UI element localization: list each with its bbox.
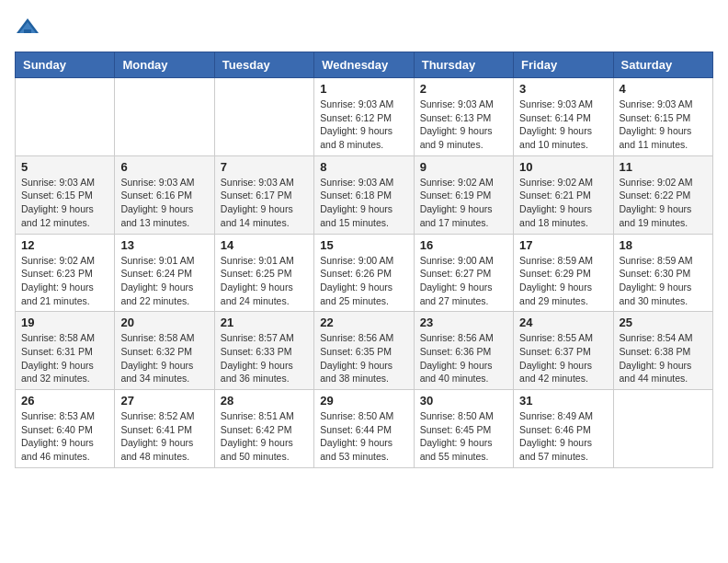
day-number: 21 — [221, 316, 308, 329]
day-info: Sunrise: 8:58 AMSunset: 6:32 PMDaylight:… — [120, 331, 208, 385]
day-info: Sunrise: 9:03 AMSunset: 6:12 PMDaylight:… — [320, 98, 407, 152]
day-info: Sunrise: 8:59 AMSunset: 6:29 PMDaylight:… — [519, 254, 607, 308]
calendar-cell: 12Sunrise: 9:02 AMSunset: 6:23 PMDayligh… — [16, 234, 115, 312]
calendar-cell: 24Sunrise: 8:55 AMSunset: 6:37 PMDayligh… — [514, 312, 613, 390]
day-info: Sunrise: 8:54 AMSunset: 6:38 PMDaylight:… — [620, 331, 707, 385]
calendar-cell: 5Sunrise: 9:03 AMSunset: 6:15 PMDaylight… — [16, 155, 115, 234]
calendar-cell: 6Sunrise: 9:03 AMSunset: 6:16 PMDaylight… — [115, 155, 214, 234]
calendar-cell: 1Sunrise: 9:03 AMSunset: 6:12 PMDaylight… — [314, 78, 414, 156]
day-info: Sunrise: 8:49 AMSunset: 6:46 PMDaylight:… — [519, 409, 607, 464]
weekday-header: Sunday — [16, 52, 115, 78]
day-number: 9 — [420, 160, 507, 174]
day-info: Sunrise: 9:03 AMSunset: 6:16 PMDaylight:… — [120, 176, 208, 230]
weekday-header: Monday — [115, 52, 214, 78]
calendar-week-row: 26Sunrise: 8:53 AMSunset: 6:40 PMDayligh… — [16, 390, 713, 468]
day-info: Sunrise: 9:02 AMSunset: 6:21 PMDaylight:… — [519, 176, 607, 230]
day-info: Sunrise: 8:56 AMSunset: 6:35 PMDaylight:… — [320, 331, 407, 385]
calendar-cell: 31Sunrise: 8:49 AMSunset: 6:46 PMDayligh… — [514, 390, 613, 468]
day-info: Sunrise: 9:01 AMSunset: 6:25 PMDaylight:… — [221, 254, 308, 308]
page-header — [15, 15, 713, 40]
day-number: 31 — [519, 394, 607, 408]
day-number: 26 — [21, 394, 108, 408]
day-info: Sunrise: 9:03 AMSunset: 6:14 PMDaylight:… — [519, 98, 607, 152]
calendar-week-row: 12Sunrise: 9:02 AMSunset: 6:23 PMDayligh… — [16, 234, 713, 312]
day-number: 11 — [620, 160, 707, 174]
day-info: Sunrise: 9:03 AMSunset: 6:13 PMDaylight:… — [420, 98, 507, 152]
day-info: Sunrise: 9:02 AMSunset: 6:23 PMDaylight:… — [21, 254, 108, 308]
calendar-cell — [214, 78, 313, 156]
day-number: 3 — [519, 82, 607, 96]
day-info: Sunrise: 9:00 AMSunset: 6:27 PMDaylight:… — [420, 254, 507, 308]
day-info: Sunrise: 9:03 AMSunset: 6:15 PMDaylight:… — [21, 176, 108, 230]
calendar-cell: 21Sunrise: 8:57 AMSunset: 6:33 PMDayligh… — [214, 312, 313, 390]
calendar-cell — [613, 390, 712, 468]
day-info: Sunrise: 9:00 AMSunset: 6:26 PMDaylight:… — [320, 254, 407, 308]
day-number: 6 — [120, 160, 208, 174]
day-info: Sunrise: 9:02 AMSunset: 6:19 PMDaylight:… — [420, 176, 507, 230]
calendar-cell: 19Sunrise: 8:58 AMSunset: 6:31 PMDayligh… — [16, 312, 115, 390]
day-info: Sunrise: 8:58 AMSunset: 6:31 PMDaylight:… — [21, 331, 108, 385]
calendar-cell: 26Sunrise: 8:53 AMSunset: 6:40 PMDayligh… — [16, 390, 115, 468]
calendar-week-row: 5Sunrise: 9:03 AMSunset: 6:15 PMDaylight… — [16, 155, 713, 234]
calendar-cell: 7Sunrise: 9:03 AMSunset: 6:17 PMDaylight… — [214, 155, 313, 234]
day-info: Sunrise: 8:53 AMSunset: 6:40 PMDaylight:… — [21, 409, 108, 464]
calendar-cell: 4Sunrise: 9:03 AMSunset: 6:15 PMDaylight… — [613, 78, 712, 156]
day-info: Sunrise: 8:56 AMSunset: 6:36 PMDaylight:… — [420, 331, 507, 385]
day-number: 22 — [320, 316, 407, 329]
day-info: Sunrise: 9:02 AMSunset: 6:22 PMDaylight:… — [620, 176, 707, 230]
day-number: 10 — [519, 160, 607, 174]
logo-icon — [15, 15, 40, 40]
day-info: Sunrise: 8:59 AMSunset: 6:30 PMDaylight:… — [620, 254, 707, 308]
day-number: 16 — [420, 238, 507, 252]
day-info: Sunrise: 9:03 AMSunset: 6:15 PMDaylight:… — [620, 98, 707, 152]
calendar-cell: 29Sunrise: 8:50 AMSunset: 6:44 PMDayligh… — [314, 390, 414, 468]
calendar-cell: 22Sunrise: 8:56 AMSunset: 6:35 PMDayligh… — [314, 312, 414, 390]
calendar-cell: 18Sunrise: 8:59 AMSunset: 6:30 PMDayligh… — [613, 234, 712, 312]
day-info: Sunrise: 8:50 AMSunset: 6:45 PMDaylight:… — [420, 409, 507, 464]
calendar-cell: 14Sunrise: 9:01 AMSunset: 6:25 PMDayligh… — [214, 234, 313, 312]
day-number: 24 — [519, 316, 607, 329]
day-number: 1 — [320, 82, 407, 96]
day-number: 15 — [320, 238, 407, 252]
weekday-header: Tuesday — [214, 52, 313, 78]
day-number: 8 — [320, 160, 407, 174]
day-number: 17 — [519, 238, 607, 252]
calendar-cell: 9Sunrise: 9:02 AMSunset: 6:19 PMDaylight… — [414, 155, 513, 234]
calendar-cell: 17Sunrise: 8:59 AMSunset: 6:29 PMDayligh… — [514, 234, 613, 312]
day-info: Sunrise: 8:57 AMSunset: 6:33 PMDaylight:… — [221, 331, 308, 385]
day-number: 4 — [620, 82, 707, 96]
day-info: Sunrise: 9:01 AMSunset: 6:24 PMDaylight:… — [120, 254, 208, 308]
day-info: Sunrise: 8:55 AMSunset: 6:37 PMDaylight:… — [519, 331, 607, 385]
calendar-cell: 23Sunrise: 8:56 AMSunset: 6:36 PMDayligh… — [414, 312, 513, 390]
calendar-cell: 25Sunrise: 8:54 AMSunset: 6:38 PMDayligh… — [613, 312, 712, 390]
day-number: 14 — [221, 238, 308, 252]
calendar-week-row: 1Sunrise: 9:03 AMSunset: 6:12 PMDaylight… — [16, 78, 713, 156]
calendar-cell: 15Sunrise: 9:00 AMSunset: 6:26 PMDayligh… — [314, 234, 414, 312]
weekday-header: Saturday — [613, 52, 712, 78]
calendar-cell: 11Sunrise: 9:02 AMSunset: 6:22 PMDayligh… — [613, 155, 712, 234]
calendar-cell: 20Sunrise: 8:58 AMSunset: 6:32 PMDayligh… — [115, 312, 214, 390]
day-number: 5 — [21, 160, 108, 174]
day-number: 27 — [120, 394, 208, 408]
day-info: Sunrise: 9:03 AMSunset: 6:18 PMDaylight:… — [320, 176, 407, 230]
calendar-cell: 8Sunrise: 9:03 AMSunset: 6:18 PMDaylight… — [314, 155, 414, 234]
day-number: 30 — [420, 394, 507, 408]
calendar-cell: 3Sunrise: 9:03 AMSunset: 6:14 PMDaylight… — [514, 78, 613, 156]
logo — [15, 15, 44, 40]
day-number: 20 — [120, 316, 208, 329]
day-info: Sunrise: 8:50 AMSunset: 6:44 PMDaylight:… — [320, 409, 407, 464]
day-number: 29 — [320, 394, 407, 408]
day-number: 13 — [120, 238, 208, 252]
calendar-cell: 16Sunrise: 9:00 AMSunset: 6:27 PMDayligh… — [414, 234, 513, 312]
day-number: 23 — [420, 316, 507, 329]
calendar-cell — [115, 78, 214, 156]
calendar-cell: 28Sunrise: 8:51 AMSunset: 6:42 PMDayligh… — [214, 390, 313, 468]
day-info: Sunrise: 8:51 AMSunset: 6:42 PMDaylight:… — [221, 409, 308, 464]
weekday-header: Thursday — [414, 52, 513, 78]
calendar-cell: 10Sunrise: 9:02 AMSunset: 6:21 PMDayligh… — [514, 155, 613, 234]
calendar-cell: 30Sunrise: 8:50 AMSunset: 6:45 PMDayligh… — [414, 390, 513, 468]
day-number: 2 — [420, 82, 507, 96]
weekday-header: Friday — [514, 52, 613, 78]
day-number: 12 — [21, 238, 108, 252]
svg-rect-2 — [24, 29, 31, 33]
